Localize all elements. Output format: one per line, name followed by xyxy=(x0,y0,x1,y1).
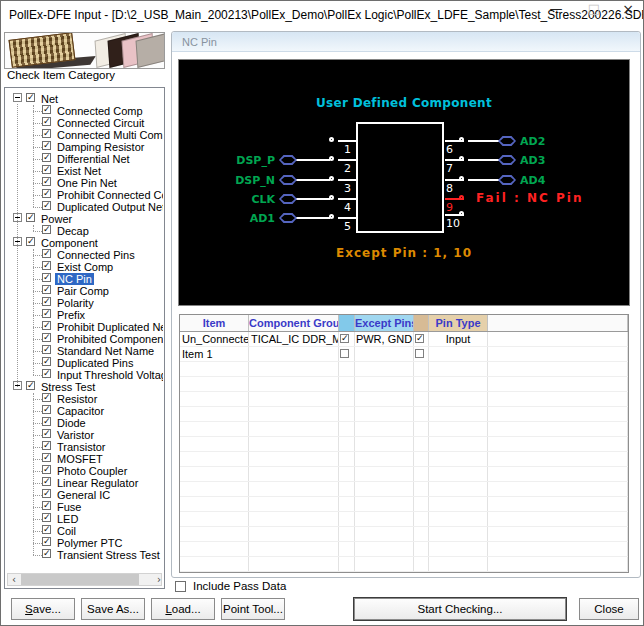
tree-item[interactable]: Diode xyxy=(6,417,163,429)
tree-item-label[interactable]: Pair Comp xyxy=(55,285,111,297)
tree-checkbox[interactable] xyxy=(42,345,51,354)
tree-item[interactable]: Exist Net xyxy=(6,165,163,177)
tree-item[interactable]: Prohibit Duplicated Net xyxy=(6,321,163,333)
table-row-empty[interactable] xyxy=(180,512,628,527)
tree-item-label[interactable]: Transistor xyxy=(55,441,108,453)
cell-except-pins[interactable]: PWR, GND xyxy=(355,332,414,346)
cell-item[interactable]: Un_Connected_ xyxy=(180,332,249,346)
tree-item-label[interactable]: LED xyxy=(55,513,80,525)
tree-checkbox[interactable] xyxy=(26,381,35,390)
tree-item-label[interactable]: Varistor xyxy=(55,429,96,441)
tree-item[interactable]: Fuse xyxy=(6,501,163,513)
tree-checkbox[interactable] xyxy=(42,525,51,534)
tree-item-label[interactable]: One Pin Net xyxy=(55,177,119,189)
table-row-empty[interactable] xyxy=(180,422,628,437)
tree-item-label[interactable]: Capacitor xyxy=(55,405,106,417)
table-row-empty[interactable] xyxy=(180,527,628,542)
tree-item-label[interactable]: Damping Resistor xyxy=(55,141,146,153)
tree-item[interactable]: One Pin Net xyxy=(6,177,163,189)
tree-checkbox[interactable] xyxy=(42,549,51,558)
cell-component-group[interactable]: TICAL_IC DDR_MEM D xyxy=(249,332,339,346)
save-as-button[interactable]: Save As... xyxy=(81,598,145,620)
cell-pin-type[interactable]: Input xyxy=(429,332,488,346)
tree-item[interactable]: Capacitor xyxy=(6,405,163,417)
table-row-empty[interactable] xyxy=(180,392,628,407)
table-row-empty[interactable] xyxy=(180,362,628,377)
table-row-empty[interactable] xyxy=(180,377,628,392)
pin-type-checkbox[interactable] xyxy=(415,334,424,343)
column-header-component-group[interactable]: Component Group xyxy=(249,315,339,331)
cell-pin-type[interactable] xyxy=(429,347,488,361)
table-row-empty[interactable] xyxy=(180,542,628,557)
tree-item-label[interactable]: Exist Net xyxy=(55,165,103,177)
tree-item-label[interactable]: Differential Net xyxy=(55,153,132,165)
tree-checkbox[interactable] xyxy=(42,261,51,270)
tree-item-label[interactable]: Polymer PTC xyxy=(55,537,124,549)
tree-item[interactable]: Coil xyxy=(6,525,163,537)
scroll-right-icon[interactable]: › xyxy=(149,574,161,585)
tree-item-label[interactable]: Duplicated Output Net xyxy=(55,201,163,213)
tree-item-label[interactable]: Connected Circuit xyxy=(55,117,146,129)
tree-item-label[interactable]: Polarity xyxy=(55,297,96,309)
tree-item-label[interactable]: Diode xyxy=(55,417,88,429)
tree-item[interactable]: Duplicated Pins xyxy=(6,357,163,369)
tree-checkbox[interactable] xyxy=(42,357,51,366)
tree-item-label[interactable]: Resistor xyxy=(55,393,99,405)
tree-item-label[interactable]: Connected Comp xyxy=(55,105,145,117)
tree-item-label[interactable]: Decap xyxy=(55,225,91,237)
table-row-empty[interactable] xyxy=(180,452,628,467)
tree-checkbox[interactable] xyxy=(42,489,51,498)
tree-checkbox[interactable] xyxy=(42,369,51,378)
tree-checkbox[interactable] xyxy=(42,429,51,438)
tree-checkbox[interactable] xyxy=(42,141,51,150)
start-checking-button[interactable]: Start Checking... xyxy=(354,598,566,620)
tree-checkbox[interactable] xyxy=(26,213,35,222)
except-pins-checkbox[interactable] xyxy=(340,349,349,358)
tree-checkbox[interactable] xyxy=(42,309,51,318)
load-button[interactable]: Load... xyxy=(151,598,215,620)
tree-checkbox[interactable] xyxy=(42,129,51,138)
table-row-empty[interactable] xyxy=(180,467,628,482)
tree-horizontal-scrollbar[interactable]: ‹ › xyxy=(7,573,162,586)
tree-item[interactable]: LED xyxy=(6,513,163,525)
scrollbar-thumb[interactable] xyxy=(21,574,139,585)
cell-item[interactable]: Item 1 xyxy=(180,347,249,361)
tree-item-label[interactable]: General IC xyxy=(55,489,112,501)
column-header-pintype-check[interactable] xyxy=(414,315,429,331)
tree-item[interactable]: MOSFET xyxy=(6,453,163,465)
tree-item[interactable]: Pair Comp xyxy=(6,285,163,297)
table-row-empty[interactable] xyxy=(180,557,628,572)
tree-item[interactable]: NC Pin xyxy=(6,273,163,285)
tree-item-label[interactable]: Prohibited Component xyxy=(55,333,163,345)
tree-item[interactable]: Power xyxy=(6,213,163,225)
except-pins-checkbox[interactable] xyxy=(340,334,349,343)
tree-checkbox[interactable] xyxy=(26,237,35,246)
tree-item[interactable]: Transistor xyxy=(6,441,163,453)
tree-item-label[interactable]: Transient Stress Test xyxy=(55,549,162,561)
tree-item[interactable]: Component xyxy=(6,237,163,249)
tree-item[interactable]: Resistor xyxy=(6,393,163,405)
include-pass-checkbox[interactable] xyxy=(175,581,186,592)
tree-item[interactable]: Prohibited Component xyxy=(6,333,163,345)
tree-item[interactable]: Prefix xyxy=(6,309,163,321)
tree-checkbox[interactable] xyxy=(42,537,51,546)
tree-item[interactable]: Standard Net Name xyxy=(6,345,163,357)
tree-checkbox[interactable] xyxy=(42,297,51,306)
tree-checkbox[interactable] xyxy=(42,105,51,114)
tree-item-label[interactable]: Prefix xyxy=(55,309,87,321)
column-header-except-pins[interactable]: Except Pins xyxy=(355,315,414,331)
tree-item-label[interactable]: Coil xyxy=(55,525,78,537)
tree-item-label[interactable]: NC Pin xyxy=(55,273,94,285)
close-button[interactable]: Close xyxy=(579,598,639,620)
tree-item-label[interactable]: Input Threshold Voltage xyxy=(55,369,163,381)
table-row-empty[interactable] xyxy=(180,437,628,452)
tree-checkbox[interactable] xyxy=(42,393,51,402)
tree-checkbox[interactable] xyxy=(42,465,51,474)
tree-checkbox[interactable] xyxy=(42,441,51,450)
tree-checkbox[interactable] xyxy=(42,273,51,282)
tree-checkbox[interactable] xyxy=(42,189,51,198)
table-row-empty[interactable] xyxy=(180,407,628,422)
tree-item-label[interactable]: Connected Pins xyxy=(55,249,137,261)
tree-checkbox[interactable] xyxy=(42,285,51,294)
column-header-item[interactable]: Item xyxy=(180,315,249,331)
